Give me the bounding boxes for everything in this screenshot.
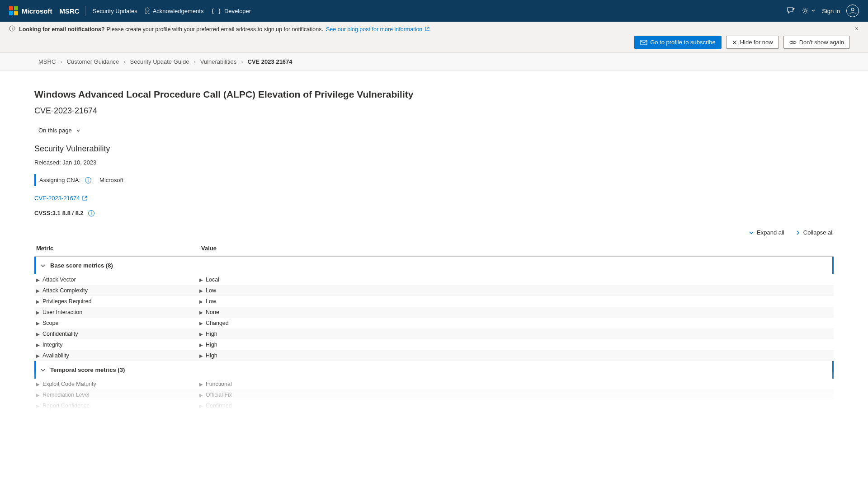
crumb-customer-guidance[interactable]: Customer Guidance <box>67 58 119 65</box>
released-label: Released: <box>34 159 61 166</box>
dont-show-button[interactable]: Don't show again <box>783 36 850 49</box>
chevron-down-icon <box>40 367 46 373</box>
triangle-right-icon: ▶ <box>199 299 203 304</box>
metric-name[interactable]: ▶Report Confidence <box>36 403 199 409</box>
sign-in-link[interactable]: Sign in <box>822 8 840 14</box>
table-row: ▶Privileges Required▶Low <box>34 296 834 307</box>
chevron-down-icon <box>75 128 81 133</box>
nav-security-updates[interactable]: Security Updates <box>93 8 137 14</box>
main-content: Windows Advanced Local Procedure Call (A… <box>26 80 842 420</box>
metric-value[interactable]: ▶Low <box>199 287 216 294</box>
nav-acknowledgements[interactable]: Acknowledgements <box>145 7 204 14</box>
cvss-score: 8.8 / 8.2 <box>62 210 84 216</box>
avatar[interactable] <box>846 5 859 17</box>
table-row: ▶User Interaction▶None <box>34 307 834 318</box>
metric-value[interactable]: ▶Official Fix <box>199 392 232 398</box>
metric-value[interactable]: ▶High <box>199 352 217 359</box>
metric-value[interactable]: ▶Confirmed <box>199 403 232 409</box>
released-date: Jan 10, 2023 <box>62 159 96 166</box>
triangle-right-icon: ▶ <box>36 277 40 282</box>
braces-icon: { } <box>211 8 221 14</box>
table-row: ▶Scope▶Changed <box>34 318 834 328</box>
external-link-icon <box>82 196 87 201</box>
breadcrumb: MSRC › Customer Guidance › Security Upda… <box>0 53 868 71</box>
info-tooltip-icon[interactable]: i <box>88 210 94 216</box>
metric-name[interactable]: ▶Attack Complexity <box>36 287 199 294</box>
group-base-score[interactable]: Base score metrics (8) <box>34 257 834 274</box>
ribbon-icon <box>145 7 150 14</box>
chevron-right-icon: › <box>60 58 62 65</box>
group-temporal-score-label: Temporal score metrics (3) <box>50 366 125 373</box>
triangle-right-icon: ▶ <box>36 310 40 315</box>
metric-name[interactable]: ▶Attack Vector <box>36 277 199 283</box>
cve-external-link[interactable]: CVE-2023-21674 <box>34 195 87 202</box>
subscribe-button-label: Go to profile to subscribe <box>650 39 716 46</box>
svg-rect-2 <box>9 11 13 15</box>
metric-name[interactable]: ▶Exploit Code Maturity <box>36 381 199 387</box>
metric-value[interactable]: ▶Changed <box>199 320 229 326</box>
col-value-header: Value <box>201 245 832 252</box>
microsoft-logo[interactable]: Microsoft <box>9 6 52 15</box>
metric-name[interactable]: ▶Scope <box>36 320 199 326</box>
info-tooltip-icon[interactable]: i <box>85 177 91 183</box>
settings-dropdown[interactable] <box>801 7 816 15</box>
triangle-right-icon: ▶ <box>199 353 203 358</box>
triangle-right-icon: ▶ <box>36 404 40 408</box>
metric-name[interactable]: ▶User Interaction <box>36 309 199 315</box>
dont-show-button-label: Don't show again <box>799 39 844 46</box>
triangle-right-icon: ▶ <box>199 288 203 293</box>
crumb-msrc[interactable]: MSRC <box>38 58 56 65</box>
group-temporal-score[interactable]: Temporal score metrics (3) <box>34 361 834 379</box>
crumb-sug[interactable]: Security Update Guide <box>130 58 189 65</box>
notification-link[interactable]: See our blog post for more information . <box>326 26 431 33</box>
subscribe-button[interactable]: Go to profile to subscribe <box>634 36 722 49</box>
metric-name[interactable]: ▶Remediation Level <box>36 392 199 398</box>
metric-name[interactable]: ▶Integrity <box>36 342 199 348</box>
nav-msrc[interactable]: MSRC <box>60 7 80 15</box>
svg-rect-3 <box>14 11 18 15</box>
hide-button[interactable]: Hide for now <box>726 36 779 49</box>
logo-text: Microsoft <box>22 7 52 15</box>
svg-point-4 <box>146 8 149 11</box>
triangle-right-icon: ▶ <box>36 321 40 326</box>
metrics-table-header: Metric Value <box>34 240 834 257</box>
cvss-line: CVSS:3.1 8.8 / 8.2 i <box>34 210 834 216</box>
metric-name[interactable]: ▶Privileges Required <box>36 298 199 305</box>
metric-name[interactable]: ▶Confidentiality <box>36 331 199 337</box>
metric-value[interactable]: ▶Low <box>199 298 216 305</box>
chevron-down-icon <box>749 230 754 235</box>
table-row: ▶Exploit Code Maturity▶Functional <box>34 379 834 389</box>
collapse-all-button[interactable]: Collapse all <box>795 229 834 236</box>
triangle-right-icon: ▶ <box>36 343 40 347</box>
eye-off-icon <box>789 40 797 45</box>
triangle-right-icon: ▶ <box>36 332 40 337</box>
mail-icon <box>640 40 647 45</box>
page-title: Windows Advanced Local Procedure Call (A… <box>34 89 834 100</box>
nav-acknowledgements-label: Acknowledgements <box>153 8 204 14</box>
metric-value[interactable]: ▶None <box>199 309 219 315</box>
info-icon <box>9 25 15 33</box>
metric-name[interactable]: ▶Availability <box>36 352 199 359</box>
notification-title: Looking for email notifications? <box>19 26 105 33</box>
svg-rect-8 <box>641 40 647 45</box>
crumb-vulnerabilities[interactable]: Vulnerabilities <box>200 58 236 65</box>
external-link-icon <box>425 27 429 31</box>
gear-icon <box>801 7 809 15</box>
cve-id: CVE-2023-21674 <box>34 106 834 116</box>
metric-value[interactable]: ▶Local <box>199 277 219 283</box>
assigning-cna: Assigning CNA: i Microsoft <box>34 174 834 186</box>
triangle-right-icon: ▶ <box>36 382 40 387</box>
metric-value[interactable]: ▶High <box>199 342 217 348</box>
expand-all-button[interactable]: Expand all <box>749 229 784 236</box>
section-heading: Security Vulnerability <box>34 144 834 154</box>
close-notification-icon[interactable] <box>854 26 859 33</box>
metric-value[interactable]: ▶Functional <box>199 381 232 387</box>
metric-value[interactable]: ▶High <box>199 331 217 337</box>
feedback-icon[interactable] <box>787 7 795 15</box>
triangle-right-icon: ▶ <box>199 382 203 387</box>
chevron-right-icon: › <box>193 58 195 65</box>
nav-developer[interactable]: { } Developer <box>211 8 251 14</box>
cve-link-text: CVE-2023-21674 <box>34 195 80 202</box>
nav-developer-label: Developer <box>224 8 251 14</box>
on-this-page-dropdown[interactable]: On this page <box>34 125 85 136</box>
